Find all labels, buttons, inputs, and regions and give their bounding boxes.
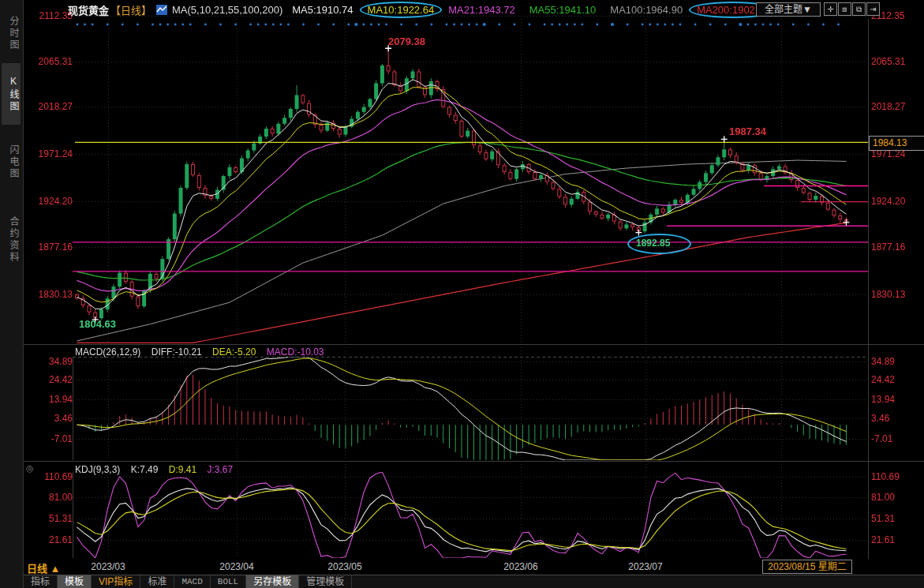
axis-label: 34.89 xyxy=(49,356,73,367)
date-tick-label: 2023/06 xyxy=(493,561,548,572)
kdj-settings-icon[interactable]: ◎ xyxy=(26,463,34,474)
ma10-value: MA10:1922.64 xyxy=(363,3,440,17)
date-tick-label: 2023/03 xyxy=(80,561,136,572)
axis-label: 1877.16 xyxy=(871,242,905,253)
macd-dea-value: DEA:-5.20 xyxy=(212,346,256,358)
axis-label: 1924.20 xyxy=(871,196,905,207)
macd-title: MACD(26,12,9) xyxy=(75,346,140,358)
axis-label: 2018.27 xyxy=(39,101,73,112)
axis-label: 2065.31 xyxy=(871,56,905,67)
axis-label: 1877.16 xyxy=(39,242,73,253)
kdj-title: KDJ(9,3,3) xyxy=(75,464,120,475)
date-axis-row: 日线 ▲ 2023/08/15 星期二 2023/032023/042023/0… xyxy=(24,559,924,575)
annotation-low-1892: 1892.85 xyxy=(636,238,670,249)
macd-diff-value: DIFF:-10.21 xyxy=(152,346,202,358)
axis-label: 13.94 xyxy=(49,394,73,405)
trading-app-window: 分时图K线图闪电图合约资料 现货黄金 【日线】 MA(5,10,21,55,10… xyxy=(0,0,924,588)
date-tick-label: 2023/04 xyxy=(209,561,264,572)
tab-另存模板[interactable]: 另存模板 xyxy=(246,575,299,588)
axis-label: 24.42 xyxy=(49,374,73,385)
crosshair-icon[interactable]: ✛ xyxy=(824,2,837,16)
right-axis-labels: 2112.352065.312018.271971.241924.201877.… xyxy=(871,0,923,588)
kline-style-icon[interactable] xyxy=(156,5,167,15)
annotation-high-1987: 1987.34 xyxy=(729,125,766,137)
sidebar-item-合约资料[interactable]: 合约资料 xyxy=(2,199,21,281)
axis-label: 34.89 xyxy=(871,356,895,367)
ma-settings-label: MA(5,10,21,55,100,200) xyxy=(172,4,282,16)
axis-label: 51.31 xyxy=(49,513,73,524)
sidebar-item-分时图[interactable]: 分时图 xyxy=(2,3,21,63)
ma55-value: MA55:1941.10 xyxy=(525,3,601,17)
sidebar: 分时图K线图闪电图合约资料 xyxy=(0,0,24,588)
period-tag: 【日线】 xyxy=(110,2,152,17)
tab-管理模板[interactable]: 管理模板 xyxy=(299,575,352,588)
axis-label: 110.69 xyxy=(871,471,900,482)
axis-label: 21.61 xyxy=(871,534,895,545)
macd-macd-value: MACD:-10.03 xyxy=(267,346,324,358)
period-selector[interactable]: 日线 ▲ xyxy=(27,560,60,575)
hline-price-label: 1984.13 xyxy=(869,136,924,151)
pane-expand-icon[interactable]: ⇥ xyxy=(866,2,880,16)
axis-label: 51.31 xyxy=(871,513,895,524)
left-axis-labels: 2112.352065.312018.271971.241924.201877.… xyxy=(24,0,73,588)
ma21-value: MA21:1943.72 xyxy=(443,3,520,17)
kdj-d-value: D:9.41 xyxy=(169,464,196,475)
symbol-name: 现货黄金 xyxy=(68,2,109,17)
annotation-high-2079: 2079.38 xyxy=(388,36,425,47)
axis-label: 1971.24 xyxy=(39,148,73,159)
tab-MACD[interactable]: MACD xyxy=(174,575,210,588)
tab-模板[interactable]: 模板 xyxy=(58,575,92,588)
kdj-k-value: K:7.49 xyxy=(131,464,159,475)
axis-label: 81.00 xyxy=(871,492,895,503)
axis-label: -7.01 xyxy=(871,433,892,444)
axis-label: 3.46 xyxy=(54,413,73,424)
axis-label: 81.00 xyxy=(49,492,73,503)
ma5-value: MA5:1910.74 xyxy=(287,3,357,17)
axis-label: 1924.20 xyxy=(39,196,73,207)
zoom-y-axis-icon[interactable]: ⧉ xyxy=(852,2,866,16)
indicator-tab-bar: 指标模板VIP指标标准MACDBOLL另存模板管理模板 xyxy=(24,575,924,588)
date-tick-label: 2023/07 xyxy=(618,561,673,572)
date-tick-label: 2023/05 xyxy=(317,561,372,572)
zoom-x-axis-icon[interactable]: ⧈ xyxy=(838,2,851,16)
axis-label: 2018.27 xyxy=(871,101,905,112)
sidebar-item-K线图[interactable]: K线图 xyxy=(2,63,21,125)
axis-label: 21.61 xyxy=(49,534,73,545)
theme-dropdown-button[interactable]: 全部主题▼ xyxy=(756,2,821,17)
axis-label: 110.69 xyxy=(44,471,73,482)
tab-指标[interactable]: 指标 xyxy=(24,575,58,588)
current-date-box: 2023/08/15 星期二 xyxy=(762,560,852,574)
tab-BOLL[interactable]: BOLL xyxy=(211,575,246,588)
axis-label: 3.46 xyxy=(871,413,889,424)
ma100-value: MA100:1964.90 xyxy=(605,3,687,17)
kdj-j-value: J:3.67 xyxy=(207,464,233,475)
annotation-low-1804: 1804.63 xyxy=(79,318,116,330)
sidebar-item-闪电图[interactable]: 闪电图 xyxy=(2,131,21,193)
axis-label: 1830.13 xyxy=(39,289,73,300)
axis-label: 13.94 xyxy=(871,394,895,405)
tab-标准[interactable]: 标准 xyxy=(140,575,174,588)
kdj-header: KDJ(9,3,3) K:7.49 D:9.41 J:3.67 xyxy=(75,464,241,475)
axis-label: 24.42 xyxy=(871,374,895,385)
price-chart-canvas[interactable] xyxy=(0,0,924,588)
axis-label: -7.01 xyxy=(51,433,73,444)
tab-VIP指标[interactable]: VIP指标 xyxy=(92,575,140,588)
axis-label: 2065.31 xyxy=(39,56,73,67)
macd-header: MACD(26,12,9) DIFF:-10.21 DEA:-5.20 MACD… xyxy=(75,346,332,358)
axis-label: 1830.13 xyxy=(871,289,905,300)
